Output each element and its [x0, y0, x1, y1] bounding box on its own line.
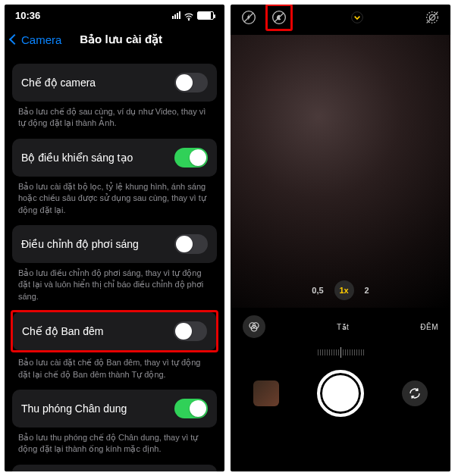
night-mode-off-icon[interactable] [268, 7, 290, 28]
setting-desc: Bảo lưu điều chỉnh độ phơi sáng, thay vì… [5, 263, 224, 302]
setting-desc: Bảo lưu thu phóng chế độ Chân dung, thay… [5, 427, 224, 456]
settings-screen: 10:36 Camera Bảo lưu cài đặt Chế độ came… [5, 5, 224, 471]
zoom-selector[interactable]: 0,5 1x 2 [231, 280, 450, 300]
status-bar: 10:36 [5, 5, 224, 26]
setting-desc: Bảo lưu cài đặt chế độ Ban đêm, thay vì … [5, 352, 224, 380]
filter-row: Tắt ĐÊM [238, 312, 443, 341]
settings-list: Chế độ camera Bảo lưu chế độ sau cùng, v… [5, 53, 224, 471]
mode-label-off: Tắt [337, 323, 349, 331]
svg-line-2 [244, 13, 253, 22]
page-title: Bảo lưu cài đặt [24, 33, 218, 46]
shutter-button[interactable] [317, 370, 364, 417]
highlight-night-mode: Chế độ Ban đêm [11, 310, 218, 352]
setting-camera-mode[interactable]: Chế độ camera [12, 64, 217, 102]
flash-off-icon[interactable] [238, 7, 259, 28]
zoom-option[interactable]: 0,5 [312, 280, 323, 300]
camera-bottom-bar [238, 365, 443, 417]
setting-label: Điều chỉnh độ phơi sáng [21, 238, 139, 250]
svg-point-5 [352, 12, 363, 23]
setting-label: Chế độ Ban đêm [22, 325, 104, 337]
exposure-ruler[interactable] [238, 344, 443, 361]
setting-portrait-zoom[interactable]: Thu phóng Chân dung [12, 390, 217, 427]
battery-icon [197, 11, 214, 20]
setting-label: Thu phóng Chân dung [21, 402, 127, 415]
svg-line-8 [427, 12, 438, 23]
live-photo-off-icon[interactable] [422, 7, 443, 28]
toggle[interactable] [174, 321, 207, 341]
highlight-night-mode-icon [265, 5, 293, 31]
camera-screen: 0,5 1x 2 Tắt ĐÊM [231, 5, 450, 471]
filters-icon[interactable] [243, 315, 265, 338]
toggle[interactable] [174, 234, 208, 254]
camera-top-bar [231, 5, 450, 30]
cellular-icon [172, 11, 180, 19]
chevron-left-icon [9, 34, 20, 45]
zoom-option-active[interactable]: 1x [334, 280, 354, 300]
setting-desc: Bảo lưu cài đặt bộ lọc, tỷ lệ khung hình… [5, 177, 224, 216]
status-indicators [172, 11, 214, 20]
setting-desc: Bảo lưu chế độ sau cùng, ví dụ như Video… [5, 102, 224, 130]
last-photo-thumbnail[interactable] [253, 380, 279, 406]
toggle[interactable] [174, 148, 208, 168]
camera-controls: Tắt ĐÊM [231, 308, 450, 417]
nav-header: Camera Bảo lưu cài đặt [5, 26, 224, 53]
toggle[interactable] [174, 73, 208, 92]
camera-viewfinder[interactable]: 0,5 1x 2 [231, 35, 450, 308]
setting-label: Bộ điều khiển sáng tạo [21, 152, 133, 164]
chevron-down-icon[interactable] [347, 7, 368, 28]
setting-live-photo[interactable]: Live Photo [12, 465, 217, 471]
status-time: 10:36 [15, 10, 40, 21]
setting-night-mode[interactable]: Chế độ Ban đêm [13, 312, 216, 350]
wifi-icon [184, 11, 194, 19]
toggle[interactable] [174, 399, 208, 418]
zoom-option[interactable]: 2 [365, 280, 369, 300]
setting-label: Chế độ camera [21, 77, 96, 89]
setting-exposure[interactable]: Điều chỉnh độ phơi sáng [12, 225, 217, 263]
flip-camera-button[interactable] [402, 380, 428, 406]
svg-point-0 [188, 20, 189, 20]
mode-label-night: ĐÊM [420, 323, 438, 331]
setting-creative-controls[interactable]: Bộ điều khiển sáng tạo [12, 139, 217, 177]
svg-line-4 [275, 13, 284, 22]
